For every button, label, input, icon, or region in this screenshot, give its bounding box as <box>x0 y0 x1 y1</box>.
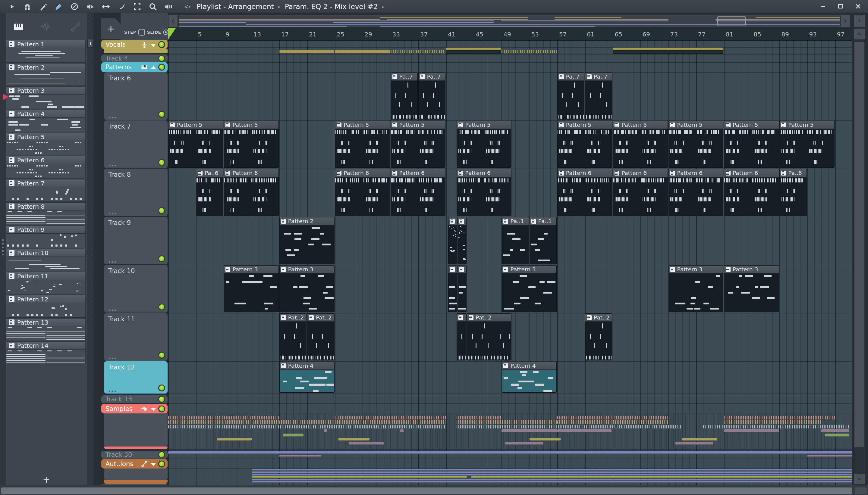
pattern-clip[interactable]: Pa..7 <box>418 72 446 120</box>
pattern-list-item[interactable]: Pattern 12 <box>6 295 86 318</box>
sample-clip[interactable] <box>279 420 391 424</box>
sample-clip[interactable] <box>168 416 279 420</box>
pattern-clip[interactable]: Pattern 3 <box>279 265 334 312</box>
slide-toggle[interactable] <box>163 30 168 35</box>
pattern-list-item[interactable]: Pattern 4 <box>6 109 86 132</box>
clip-header[interactable]: Pattern 6 <box>391 169 445 177</box>
vocal-clip[interactable] <box>391 50 445 53</box>
pattern-clip[interactable]: Pattern 5 <box>557 121 612 168</box>
pattern-clip[interactable]: Pattern 6 <box>224 169 279 216</box>
track-header-vocals[interactable]: Vocals <box>101 40 167 49</box>
pattern-clip[interactable]: Pattern 2 <box>279 217 334 264</box>
navigator-scroll-right-button[interactable] <box>840 15 850 27</box>
pattern-item-header[interactable]: Pattern 3 <box>6 86 86 95</box>
wave-icon[interactable] <box>126 15 137 25</box>
clip-header[interactable]: Pat..2 <box>585 314 612 322</box>
window-subtitle[interactable]: Param. EQ 2 - Mix level #2 <box>285 3 378 11</box>
vocal-clip[interactable] <box>613 48 723 50</box>
pattern-list-item[interactable]: Pattern 14 <box>6 341 86 364</box>
picker-scrollbar-thumb[interactable] <box>87 39 93 48</box>
track-options-dots[interactable]: ... <box>108 388 117 391</box>
track-header-patterns[interactable]: Patterns <box>101 62 167 72</box>
track-header-track-4[interactable]: Track 4 <box>101 54 167 62</box>
panel-grip-dot[interactable] <box>2 243 4 244</box>
track-enable-led[interactable] <box>158 64 165 71</box>
clip-header[interactable]: Pattern 2 <box>280 217 334 225</box>
track-collapse-arrow[interactable] <box>151 66 156 69</box>
minimize-window-button[interactable] <box>819 2 828 11</box>
sample-clip[interactable] <box>391 420 446 424</box>
track-header-samples[interactable]: Samples <box>101 404 167 413</box>
track-options-dots[interactable]: ... <box>108 355 117 358</box>
pattern-item-header[interactable]: Pattern 8 <box>6 202 86 210</box>
track-enable-led[interactable] <box>158 207 165 214</box>
pattern-clip[interactable]: Pat..2 <box>585 313 612 360</box>
panel-grip-dot[interactable] <box>2 246 4 248</box>
clip-header[interactable]: Pattern 6 <box>335 169 390 177</box>
link-icon[interactable] <box>142 15 152 25</box>
picker-scrollbar[interactable] <box>87 13 94 485</box>
sample-clip[interactable] <box>457 420 557 424</box>
pattern-list-item[interactable]: Pattern 7 <box>6 179 86 202</box>
pattern-item-header[interactable]: Pattern 6 <box>6 156 86 164</box>
pattern-list-item[interactable]: Pattern 5 <box>6 133 86 155</box>
pattern-item-header[interactable]: Pattern 10 <box>6 249 86 257</box>
clip-header[interactable]: Pat..2 <box>280 314 307 322</box>
pattern-clip[interactable]: Pattern 5 <box>669 121 724 168</box>
pattern-item-header[interactable]: Pattern 13 <box>6 318 86 326</box>
timeline-ruler[interactable]: 5913172125293337414549535761656973778185… <box>168 28 852 41</box>
track-header-track-9[interactable]: Track 9... <box>104 217 167 264</box>
vocal-clip[interactable] <box>335 50 390 53</box>
track-options-dots[interactable]: ... <box>108 115 117 117</box>
sample-clip[interactable] <box>529 438 561 441</box>
track-options-dots[interactable]: ... <box>108 163 117 166</box>
clip-header[interactable]: Pattern 5 <box>457 121 511 129</box>
track-enable-led[interactable] <box>158 304 165 310</box>
pattern-list-item[interactable]: Pattern 13 <box>6 318 86 341</box>
pattern-clip[interactable]: Pattern 5 <box>780 121 835 168</box>
clip-header[interactable]: Pattern 6 <box>669 169 723 177</box>
pattern-item-header[interactable]: Pattern 9 <box>6 225 86 234</box>
track-options-dots[interactable]: ... <box>108 307 117 310</box>
clip-header[interactable]: Pattern 5 <box>335 121 390 129</box>
pattern-clip[interactable]: Pa..7 <box>557 72 585 120</box>
vocal-clip[interactable] <box>446 50 501 54</box>
track-options-dots[interactable]: ... <box>108 259 117 262</box>
clip-header[interactable]: Pa..1 <box>502 217 529 225</box>
track-header-aut-ions[interactable]: Aut..ions <box>101 459 167 468</box>
horizontal-scrollbar-thumb[interactable] <box>1 488 852 494</box>
sample-clip[interactable] <box>505 442 543 445</box>
sample-clip[interactable] <box>724 429 780 432</box>
pattern-list-item[interactable]: Pattern 3 <box>6 86 86 109</box>
track30-clip[interactable] <box>168 451 852 454</box>
sample-clip[interactable] <box>675 442 714 445</box>
pattern-clip[interactable]: Pattern 3 <box>502 265 557 312</box>
picker-tab-samples[interactable] <box>39 21 53 33</box>
scroll-column-bar-button[interactable] <box>853 15 865 27</box>
clip-header[interactable]: Pa..1 <box>530 217 557 225</box>
track-enable-led[interactable] <box>158 111 165 118</box>
vertical-scrollbar[interactable] <box>853 15 866 485</box>
pattern-clip[interactable]: Pa..1 <box>502 217 529 264</box>
clip-header[interactable]: Pattern 5 <box>391 121 445 129</box>
pattern-clip[interactable]: Pattern 5 <box>613 121 668 168</box>
track30-clip[interactable] <box>807 455 852 457</box>
paint-tool-icon[interactable] <box>54 2 63 11</box>
automation-clip[interactable] <box>471 476 852 478</box>
sample-clip[interactable] <box>324 429 327 432</box>
clip-header[interactable]: Pattern 6 <box>613 169 668 177</box>
window-title[interactable]: Playlist - Arrangement <box>197 3 274 11</box>
pattern-clip[interactable] <box>457 313 466 360</box>
track-header-track-7[interactable]: Track 7... <box>104 120 167 168</box>
slide-tool-icon[interactable] <box>101 2 110 11</box>
track-enable-led[interactable] <box>158 451 165 458</box>
pattern-clip[interactable]: Pa..7 <box>391 72 418 120</box>
pattern-clip[interactable]: Pa..6 <box>196 169 223 216</box>
sample-clip[interactable] <box>457 416 502 420</box>
sample-clip[interactable] <box>339 438 370 441</box>
pattern-clip[interactable]: Pat..2 <box>307 313 334 360</box>
step-toggle[interactable] <box>138 29 145 36</box>
sample-clip[interactable] <box>168 425 446 428</box>
clip-header[interactable]: Pa..7 <box>419 73 445 81</box>
clip-header[interactable]: Pat..2 <box>467 314 511 322</box>
